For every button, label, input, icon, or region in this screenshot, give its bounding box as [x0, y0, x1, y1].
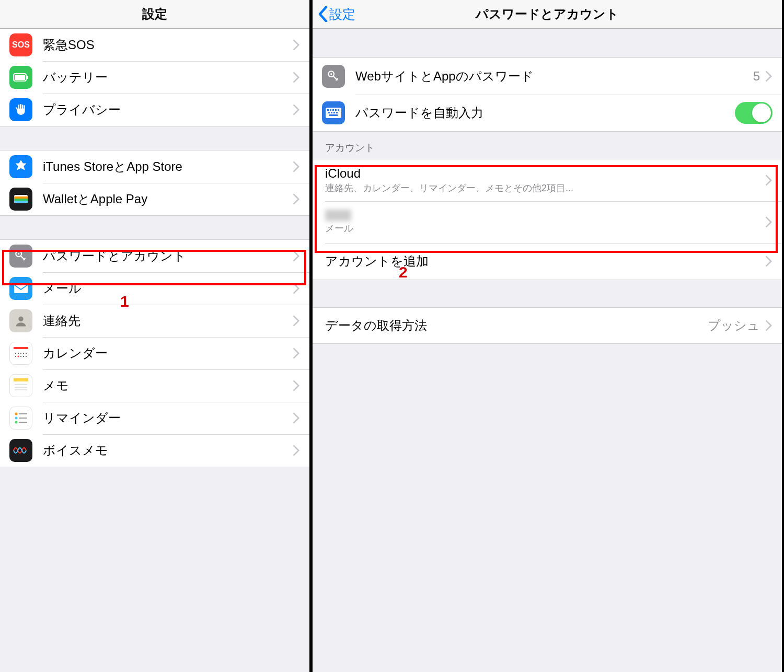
svg-rect-40 — [328, 112, 330, 113]
account-title-blurred — [325, 210, 351, 221]
row-value: プッシュ — [708, 317, 760, 334]
row-battery[interactable]: バッテリー — [0, 61, 309, 94]
row-label: ボイスメモ — [43, 442, 293, 459]
chevron-right-icon — [293, 283, 300, 294]
row-notes[interactable]: メモ — [0, 369, 309, 402]
row-label: iTunes StoreとApp Store — [43, 158, 293, 175]
svg-point-8 — [18, 253, 19, 254]
row-label: パスワードとアカウント — [43, 248, 293, 264]
navbar: 設定 — [0, 0, 309, 29]
row-privacy[interactable]: プライバシー — [0, 94, 309, 126]
svg-rect-36 — [330, 109, 331, 111]
svg-point-26 — [15, 413, 18, 415]
row-passwords[interactable]: パスワードとアカウント — [0, 240, 309, 272]
page-title: パスワードとアカウント — [476, 6, 619, 22]
svg-rect-43 — [336, 112, 338, 113]
group-apps: パスワードとアカウント メール 連絡先 カレンダー — [0, 239, 309, 467]
account-subtitle: 連絡先、カレンダー、リマインダー、メモとその他2項目... — [325, 182, 765, 194]
chevron-right-icon — [293, 104, 300, 115]
row-itunes[interactable]: iTunes StoreとApp Store — [0, 150, 309, 183]
account-subtitle: メール — [325, 222, 765, 235]
chevron-right-icon — [765, 320, 773, 331]
passwords-screen: 設定 パスワードとアカウント WebサイトとAppのパスワード 5 パスワードを… — [312, 0, 782, 672]
svg-rect-39 — [338, 109, 339, 111]
svg-point-19 — [20, 356, 21, 357]
row-label: メール — [43, 280, 293, 297]
row-add-account[interactable]: アカウントを追加 — [313, 243, 782, 280]
svg-point-18 — [18, 356, 19, 357]
chevron-right-icon — [293, 250, 300, 262]
row-website-app-passwords[interactable]: WebサイトとAppのパスワード 5 — [313, 58, 782, 95]
calendar-icon — [9, 342, 32, 365]
row-wallet[interactable]: WalletとApple Pay — [0, 183, 309, 215]
group-password-settings: WebサイトとAppのパスワード 5 パスワードを自動入力 — [313, 57, 782, 132]
row-contacts[interactable]: 連絡先 — [0, 305, 309, 337]
row-mail[interactable]: メール — [0, 272, 309, 305]
row-calendar[interactable]: カレンダー — [0, 337, 309, 369]
back-button[interactable]: 設定 — [318, 6, 355, 23]
account-title: iCloud — [325, 166, 765, 181]
appstore-icon — [9, 155, 32, 178]
svg-rect-6 — [14, 201, 28, 203]
chevron-right-icon — [765, 71, 773, 82]
accounts-header: アカウント — [313, 132, 782, 159]
row-voicememo[interactable]: ボイスメモ — [0, 434, 309, 467]
key-icon — [322, 65, 345, 88]
row-label: バッテリー — [43, 69, 293, 86]
row-sos[interactable]: SOS 緊急SOS — [0, 29, 309, 61]
svg-point-14 — [20, 353, 21, 354]
row-fetch[interactable]: データの取得方法 プッシュ — [313, 308, 782, 343]
chevron-right-icon — [293, 193, 300, 205]
chevron-right-icon — [293, 315, 300, 327]
svg-rect-22 — [14, 378, 28, 381]
svg-rect-1 — [27, 76, 28, 79]
group-store: iTunes StoreとApp Store WalletとApple Pay — [0, 150, 309, 216]
row-autofill[interactable]: パスワードを自動入力 — [313, 95, 782, 131]
svg-point-16 — [26, 353, 27, 354]
svg-rect-38 — [335, 109, 337, 111]
chevron-right-icon — [293, 445, 300, 456]
group-accounts: iCloud 連絡先、カレンダー、リマインダー、メモとその他2項目... メール… — [313, 159, 782, 280]
row-label: データの取得方法 — [325, 317, 708, 334]
svg-rect-4 — [14, 196, 28, 199]
svg-point-10 — [18, 317, 23, 321]
autofill-toggle[interactable] — [735, 102, 773, 124]
row-label: リマインダー — [43, 410, 293, 426]
wallet-icon — [9, 188, 32, 211]
voicememo-icon — [9, 439, 32, 462]
notes-icon — [9, 374, 32, 397]
svg-point-17 — [15, 356, 16, 357]
back-label: 設定 — [329, 6, 355, 23]
battery-icon — [9, 66, 32, 89]
row-reminders[interactable]: リマインダー — [0, 402, 309, 434]
keyboard-icon — [322, 101, 345, 124]
chevron-right-icon — [765, 256, 773, 267]
settings-screen: 設定 SOS 緊急SOS バッテリー プライバシー — [0, 0, 312, 672]
navbar: 設定 パスワードとアカウント — [313, 0, 782, 29]
row-account-icloud[interactable]: iCloud 連絡先、カレンダー、リマインダー、メモとその他2項目... — [313, 159, 782, 201]
chevron-right-icon — [293, 39, 300, 51]
svg-point-28 — [15, 417, 18, 420]
svg-rect-35 — [327, 109, 329, 111]
mail-icon — [9, 277, 32, 300]
row-label: 連絡先 — [43, 312, 293, 329]
chevron-right-icon — [765, 175, 773, 186]
key-icon — [9, 245, 32, 268]
chevron-right-icon — [293, 347, 300, 359]
row-label: メモ — [43, 377, 293, 394]
row-label: WebサイトとAppのパスワード — [355, 68, 753, 85]
row-value: 5 — [753, 69, 760, 84]
row-account-other[interactable]: メール — [313, 201, 782, 243]
row-label: 緊急SOS — [43, 37, 293, 53]
svg-rect-11 — [14, 347, 28, 349]
group-fetch: データの取得方法 プッシュ — [313, 307, 782, 344]
svg-point-21 — [26, 356, 27, 357]
sos-icon: SOS — [9, 33, 32, 56]
svg-point-33 — [330, 73, 332, 75]
chevron-right-icon — [293, 72, 300, 83]
svg-rect-9 — [14, 284, 28, 293]
chevron-right-icon — [765, 216, 773, 228]
row-label: アカウントを追加 — [325, 253, 765, 270]
contacts-icon — [9, 309, 32, 332]
svg-point-13 — [18, 353, 19, 354]
